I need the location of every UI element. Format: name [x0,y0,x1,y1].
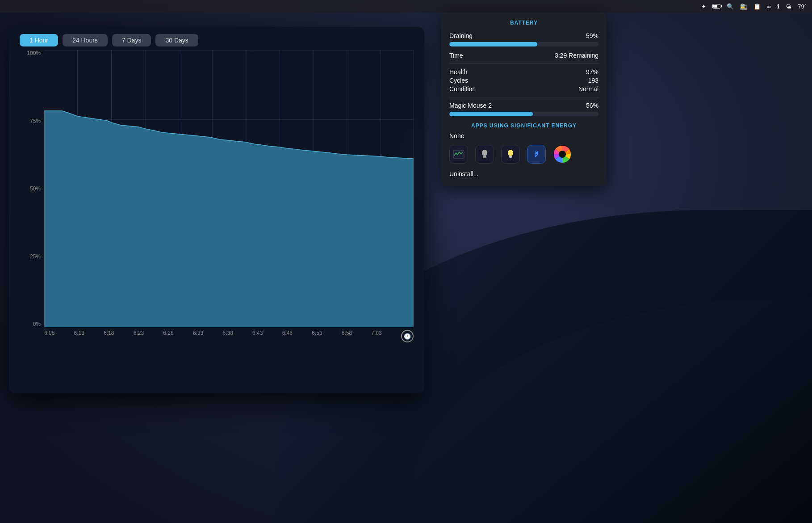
activity-monitor-icon[interactable] [449,145,468,164]
uninstall-button[interactable]: Uninstall... [449,170,478,177]
battery-icon-menubar [712,4,720,8]
battery-panel-title: BATTERY [449,20,599,26]
menubar-temperature: 79° [796,2,808,11]
condition-row: Condition Normal [449,85,599,93]
x-label-638: 6:38 [222,330,233,336]
x-label-643: 6:43 [252,330,263,336]
menubar-infinity-icon[interactable]: ∞ [765,2,773,11]
svg-rect-22 [509,156,512,157]
app-icons-row [449,145,599,164]
condition-value: Normal [578,85,599,93]
health-row: Health 97% [449,68,599,76]
mouse-row: Magic Mouse 2 56% [449,102,599,109]
x-axis-labels: 6:08 6:13 6:18 6:23 6:28 6:33 6:38 6:43 … [44,327,414,345]
menubar-info-icon[interactable]: ℹ [775,2,781,11]
chart-area: 100% 75% 50% 25% 0% [20,50,414,345]
svg-point-26 [559,151,566,158]
x-label-633: 6:33 [193,330,203,336]
x-label-703: 7:03 [371,330,381,336]
x-label-618: 6:18 [104,330,114,336]
clock-icon: 🕐 [401,330,414,342]
mouse-value: 56% [586,102,599,109]
svg-rect-19 [483,156,486,157]
divider-1 [449,63,599,64]
apps-none-label: None [449,132,599,139]
menubar-battery-indicator[interactable] [711,3,722,9]
btn-7days[interactable]: 7 Days [112,34,151,46]
condition-label: Condition [449,85,476,93]
cycles-label: Cycles [449,77,468,84]
mouse-label: Magic Mouse 2 [449,102,492,109]
menu-bar: ✦ 🔍 🚉 📋 ∞ ℹ 🌤 79° [0,0,812,13]
time-row: Time 3:29 Remaining [449,52,599,59]
battery-chart-svg [44,50,414,327]
x-label-608: 6:08 [44,330,54,336]
btn-30days[interactable]: 30 Days [155,34,198,46]
siri-icon[interactable] [475,145,494,164]
cycles-row: Cycles 193 [449,77,599,84]
time-label: Time [449,52,463,59]
chart-svg-area [44,50,414,327]
usage-wheel-icon[interactable] [553,145,572,164]
x-label-623: 6:23 [134,330,144,336]
draining-value: 59% [586,32,599,39]
x-label-628: 6:28 [163,330,173,336]
x-label-653: 6:53 [312,330,322,336]
menubar-train-icon[interactable]: 🚉 [738,2,749,11]
draining-progress-fill [449,42,537,46]
menubar-clipboard-icon[interactable]: 📋 [752,2,762,11]
svg-marker-16 [44,111,414,327]
btn-24hours[interactable]: 24 Hours [63,34,108,46]
menubar-dashplus-icon[interactable]: ✦ [699,2,708,11]
svg-rect-24 [510,158,511,158]
y-label-50: 50% [20,186,44,192]
x-label-613: 6:13 [74,330,84,336]
battery-chart-window: 1 Hour 24 Hours 7 Days 30 Days 100% 75% … [9,27,424,393]
x-label-648: 6:48 [282,330,293,336]
svg-rect-20 [483,157,486,158]
btn-1hour[interactable]: 1 Hour [20,34,58,46]
y-label-100: 100% [20,50,44,56]
y-label-75: 75% [20,118,44,124]
time-value: 3:29 Remaining [555,52,599,59]
y-label-25: 25% [20,253,44,260]
y-axis-labels: 100% 75% 50% 25% 0% [20,50,44,327]
mouse-progress-fill [449,112,533,116]
health-label: Health [449,68,467,76]
draining-progress-bar [449,42,599,46]
svg-point-21 [508,150,513,156]
divider-2 [449,97,599,97]
svg-rect-23 [510,157,512,158]
y-label-0: 0% [20,321,44,327]
light-bulb-icon[interactable] [501,145,520,164]
menubar-weather-icon: 🌤 [784,2,793,11]
battery-panel: BATTERY Draining 59% Time 3:29 Remaining… [441,13,607,186]
draining-label: Draining [449,32,473,39]
health-value: 97% [586,68,599,76]
chart-toolbar: 1 Hour 24 Hours 7 Days 30 Days [9,27,424,50]
mouse-progress-bar [449,112,599,116]
cycles-value: 193 [588,77,599,84]
bluetooth-icon[interactable] [527,145,546,164]
svg-point-18 [482,150,487,156]
draining-row: Draining 59% [449,32,599,39]
menubar-search-icon[interactable]: 🔍 [725,2,736,11]
x-label-658: 6:58 [342,330,352,336]
apps-section-title: APPS USING SIGNIFICANT ENERGY [449,122,599,129]
